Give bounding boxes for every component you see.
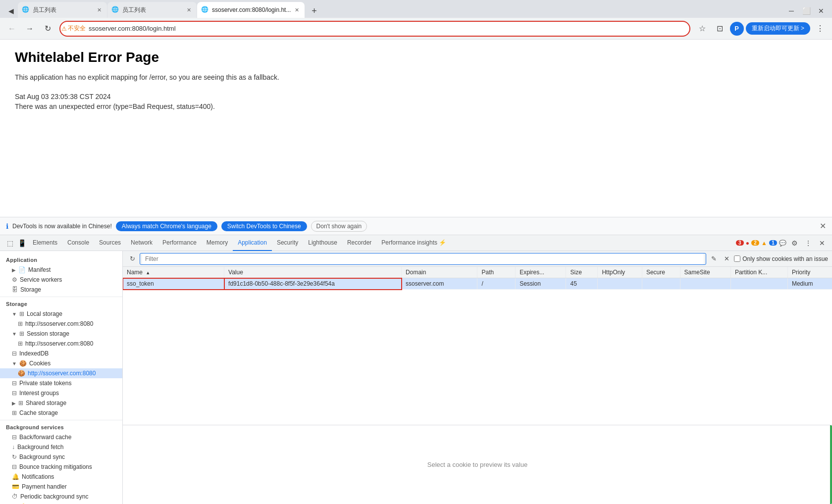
devtools-notification: ℹ DevTools is now available in Chinese! …	[0, 217, 832, 235]
sidebar-service-workers[interactable]: ⚙ Service workers	[0, 275, 122, 285]
col-priority[interactable]: Priority	[787, 267, 832, 278]
tab-lighthouse[interactable]: Lighthouse	[303, 235, 342, 251]
tab-memory[interactable]: Memory	[202, 235, 233, 251]
sort-name-icon: ▲	[146, 270, 150, 275]
switch-devtools-button[interactable]: Switch DevTools to Chinese	[221, 221, 307, 231]
col-value[interactable]: Value	[224, 267, 402, 278]
warning-badge: 2	[751, 240, 759, 246]
only-issue-checkbox-label[interactable]: Only show cookies with an issue	[734, 255, 828, 262]
tab-2-close[interactable]: ✕	[185, 6, 193, 14]
sidebar-interest-groups[interactable]: ⊟ Interest groups	[0, 388, 122, 398]
cookie-secure-cell	[642, 278, 680, 290]
sidebar-notifications[interactable]: 🔔 Notifications	[0, 472, 122, 482]
tab-2[interactable]: 🌐 员工列表 ✕	[107, 2, 197, 18]
col-partition[interactable]: Partition K...	[730, 267, 787, 278]
col-expires[interactable]: Expires...	[516, 267, 566, 278]
profile-button[interactable]: P	[730, 22, 744, 36]
tab-2-title: 员工列表	[122, 6, 183, 14]
storage-section-title: Storage	[0, 299, 122, 309]
col-httponly[interactable]: HttpOnly	[598, 267, 642, 278]
sidebar-payment-handler[interactable]: 💳 Payment handler	[0, 482, 122, 492]
sidebar-background-fetch[interactable]: ↓ Background fetch	[0, 442, 122, 452]
minimize-button[interactable]: ─	[784, 4, 798, 18]
tab-3-close[interactable]: ✕	[293, 6, 301, 14]
sidebar-session-storage[interactable]: ▼ ⊞ Session storage	[0, 329, 122, 339]
sidebar-cache-storage[interactable]: ⊞ Cache storage	[0, 408, 122, 418]
more-options-icon[interactable]: ⋮	[802, 237, 814, 249]
sidebar-bounce-tracking[interactable]: ⊟ Bounce tracking mitigations	[0, 462, 122, 472]
sidebar-cookies-sub[interactable]: 🍪 http://ssoserver.com:8080	[0, 368, 122, 378]
tab-1[interactable]: 🌐 员工列表 ✕	[18, 2, 107, 18]
bounce-tracking-icon: ⊟	[12, 463, 17, 470]
sidebar-cookies[interactable]: ▼ 🍪 Cookies	[0, 358, 122, 368]
notifications-icon: 🔔	[12, 473, 19, 480]
devtools-inspect-icon[interactable]: ⬚	[4, 237, 16, 249]
back-button[interactable]: ←	[4, 21, 20, 37]
close-window-button[interactable]: ✕	[814, 4, 828, 18]
sidebar-indexeddb[interactable]: ⊟ IndexedDB	[0, 349, 122, 358]
forward-button[interactable]: →	[22, 21, 38, 37]
col-secure[interactable]: Secure	[642, 267, 680, 278]
restart-button[interactable]: 重新启动即可更新 >	[746, 22, 810, 35]
notification-close-button[interactable]: ✕	[820, 221, 826, 231]
restore-button[interactable]: ⬜	[799, 4, 813, 18]
menu-button[interactable]: ⋮	[812, 21, 828, 37]
new-tab-button[interactable]: +	[307, 4, 321, 18]
devtools-close-icon[interactable]: ✕	[816, 237, 828, 249]
shared-storage-chevron-icon: ▶	[12, 401, 16, 406]
tab-elements[interactable]: Elements	[28, 235, 62, 251]
cookie-name-cell: sso_token	[123, 278, 224, 290]
devtools-device-icon[interactable]: 📱	[16, 237, 28, 249]
only-issue-checkbox[interactable]	[734, 255, 740, 262]
tab-recorder[interactable]: Recorder	[342, 235, 376, 251]
table-row[interactable]: sso_token fd91c1d8-0b50-488c-8f5f-3e29e3…	[123, 278, 832, 290]
refresh-cookies-button[interactable]: ↻	[127, 253, 138, 264]
cookie-filter-input[interactable]	[142, 253, 704, 264]
col-domain[interactable]: Domain	[402, 267, 477, 278]
tab-1-title: 员工列表	[33, 6, 93, 14]
tab-back-btn[interactable]: ◀	[4, 4, 18, 18]
info-icon2: 💬	[779, 240, 786, 247]
sidebar-local-storage-sub[interactable]: ⊞ http://ssoserver.com:8080	[0, 319, 122, 329]
cookie-partition-cell	[730, 278, 787, 290]
tab-sources[interactable]: Sources	[94, 235, 126, 251]
match-language-button[interactable]: Always match Chrome's language	[116, 221, 217, 231]
warning-icon: ▲	[761, 240, 767, 247]
tab-application[interactable]: Application	[233, 235, 272, 251]
tab-console[interactable]: Console	[62, 235, 94, 251]
tab-performance-insights[interactable]: Performance insights ⚡	[376, 235, 451, 251]
sidebar-periodic-bg-sync[interactable]: ⏱ Periodic background sync	[0, 492, 122, 502]
sidebar-back-forward-cache[interactable]: ⊟ Back/forward cache	[0, 432, 122, 442]
tab-security[interactable]: Security	[272, 235, 303, 251]
settings-icon[interactable]: ⚙	[788, 237, 800, 249]
sidebar-local-storage[interactable]: ▼ ⊞ Local storage	[0, 309, 122, 319]
col-path[interactable]: Path	[477, 267, 516, 278]
shared-storage-icon: ⊞	[18, 400, 23, 406]
sidebar-storage-link[interactable]: 🗄 Storage	[0, 285, 122, 295]
dont-show-button[interactable]: Don't show again	[311, 221, 367, 232]
tab-performance[interactable]: Performance	[157, 235, 202, 251]
sidebar-manifest[interactable]: ▶ 📄 Manifest	[0, 265, 122, 275]
bookmark-button[interactable]: ☆	[694, 21, 710, 37]
manifest-chevron-icon: ▶	[12, 267, 16, 273]
sidebar-background-sync[interactable]: ↻ Background sync	[0, 452, 122, 462]
col-size[interactable]: Size	[566, 267, 598, 278]
tab-1-close[interactable]: ✕	[95, 6, 103, 14]
sidebar-session-storage-sub[interactable]: ⊞ http://ssoserver.com:8080	[0, 339, 122, 349]
cast-button[interactable]: ⊡	[712, 21, 728, 37]
col-samesite[interactable]: SameSite	[680, 267, 730, 278]
info-icon: ℹ	[6, 222, 8, 230]
edit-cookies-button[interactable]: ✎	[708, 253, 719, 264]
session-storage-sub-icon: ⊞	[18, 340, 23, 347]
error-icon: ●	[746, 240, 749, 247]
clear-cookies-button[interactable]: ✕	[721, 253, 732, 264]
tab-network[interactable]: Network	[126, 235, 157, 251]
url-bar[interactable]: ⚠ 不安全 ssoserver.com:8080/login.html	[59, 21, 690, 37]
col-name[interactable]: Name ▲	[123, 267, 224, 278]
sidebar-speculative-loads[interactable]: ▶ ⚡ Speculative loads	[0, 502, 122, 504]
devtools-sidebar: Application ▶ 📄 Manifest ⚙ Service worke…	[0, 251, 123, 504]
sidebar-shared-storage[interactable]: ▶ ⊞ Shared storage	[0, 398, 122, 408]
reload-button[interactable]: ↻	[40, 21, 55, 37]
sidebar-private-state-tokens[interactable]: ⊟ Private state tokens	[0, 378, 122, 388]
tab-3[interactable]: 🌐 ssoserver.com:8080/login.ht... ✕	[197, 2, 305, 18]
